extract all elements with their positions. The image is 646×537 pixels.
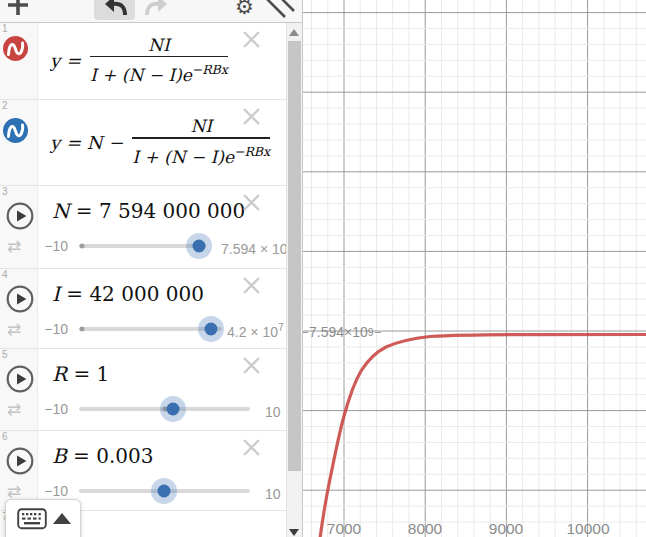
row-number: 2 (2, 100, 8, 111)
x-tick-label: 10000 (566, 520, 609, 537)
expression-row-1[interactable]: 1 y = NI I + (N − I)e−RBx (0, 22, 286, 100)
keyboard-icon[interactable] (17, 508, 47, 534)
curve-style-icon[interactable] (2, 117, 29, 148)
fraction: NI I + (N − I)e−RBx (90, 35, 228, 86)
expression-row-5[interactable]: 5 ⇄ R = 1 −10 10 (0, 348, 286, 431)
fraction-bar (132, 137, 270, 138)
slider-handle[interactable] (193, 240, 206, 253)
curve-style-icon[interactable] (2, 35, 29, 66)
expressions-panel: 1 y = NI I + (N − I)e−RBx 2 (0, 0, 302, 537)
slider-handle[interactable] (167, 403, 180, 416)
y-asymptote-label: 7.594×109 (302, 324, 382, 340)
graph-pane[interactable] (303, 0, 646, 537)
close-icon[interactable] (243, 194, 260, 211)
close-icon[interactable] (243, 439, 260, 456)
settings-gear-icon[interactable]: ⚙ (235, 0, 254, 19)
slider-max-label: 7.594 × 109 (221, 238, 293, 257)
close-icon[interactable] (243, 31, 260, 48)
collapse-panel-icon[interactable] (264, 0, 296, 23)
expression-row-2[interactable]: 2 y = N − NI I + (N − I)e−RBx (0, 99, 286, 186)
panel-divider (302, 0, 303, 537)
expression-row-4[interactable]: 4 ⇄ I = 42 000 000 −10 4.2 × 107 (0, 268, 286, 349)
close-icon[interactable] (243, 357, 260, 374)
fraction-bar (90, 56, 228, 57)
row-number: 1 (2, 23, 8, 34)
top-toolbar: ⚙ (0, 0, 302, 23)
slider-min-label: −10 (42, 401, 68, 417)
tick-dash (375, 332, 381, 333)
x-tick-label: 9000 (489, 520, 523, 537)
slider-max-label: 4.2 × 107 (227, 321, 284, 340)
slider-zero-marker (80, 244, 85, 249)
tick-dash (303, 332, 308, 333)
slider-handle[interactable] (158, 485, 171, 498)
scrollbar-up-arrow[interactable] (289, 29, 299, 36)
add-expression-button[interactable] (7, 0, 29, 20)
slider-handle[interactable] (205, 323, 218, 336)
undo-icon[interactable] (102, 0, 128, 21)
graph-svg (303, 0, 646, 537)
slider-zero-marker (80, 327, 85, 332)
slider-min-label: −10 (42, 321, 68, 337)
slider-max-label: 10 (265, 401, 281, 420)
logistic-curve (320, 335, 646, 537)
x-tick-label: 8000 (408, 520, 442, 537)
slider-max-label: 10 (265, 483, 281, 502)
close-icon[interactable] (243, 108, 260, 125)
redo-icon[interactable] (144, 0, 170, 21)
slider-min-label: −10 (42, 483, 68, 499)
app-window: 7.594×109 1 y = NI I + (N − I)e−RBx (0, 0, 646, 537)
close-icon[interactable] (243, 277, 260, 294)
expression-row-3[interactable]: 3 ⇄ N = 7 594 000 000 −10 7.594 × 109 (0, 185, 286, 269)
panel-scrollbar-thumb[interactable] (288, 41, 301, 471)
keyboard-popup (5, 499, 81, 537)
x-tick-label: 7000 (327, 520, 361, 537)
expand-triangle-icon[interactable] (53, 513, 71, 524)
slider-min-label: −10 (42, 238, 68, 254)
scrollbar-down-arrow[interactable] (289, 529, 299, 536)
